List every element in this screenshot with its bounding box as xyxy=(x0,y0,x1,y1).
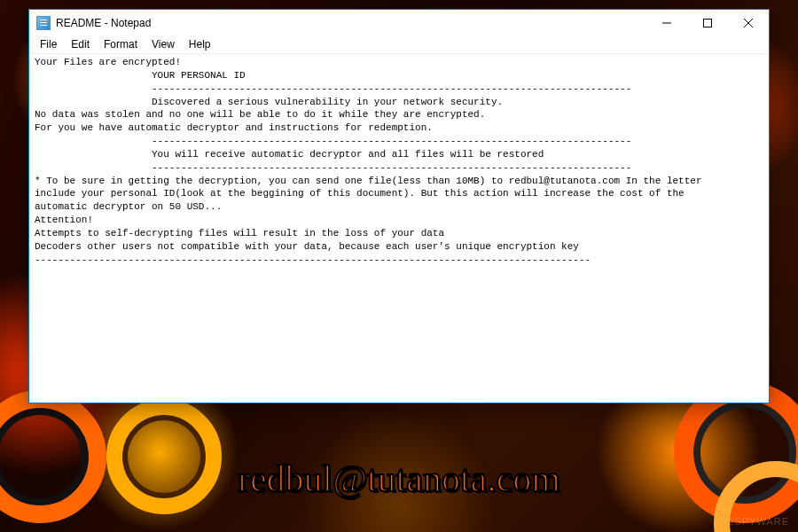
menu-edit[interactable]: Edit xyxy=(64,36,97,53)
overlay-email-text: redbul@tutanota.com xyxy=(238,458,560,500)
notepad-window: README - Notepad File Edit Format View H… xyxy=(28,9,770,403)
document-text: Your Files are encrypted! YOUR PERSONAL … xyxy=(35,56,763,267)
bg-decoration xyxy=(0,390,106,523)
minimize-button[interactable] xyxy=(646,10,687,36)
menubar: File Edit Format View Help xyxy=(29,36,769,54)
menu-format[interactable]: Format xyxy=(97,36,145,53)
text-area[interactable]: Your Files are encrypted! YOUR PERSONAL … xyxy=(29,54,769,403)
maximize-button[interactable] xyxy=(687,10,728,36)
menu-file[interactable]: File xyxy=(33,36,64,53)
window-controls xyxy=(646,10,769,36)
menu-view[interactable]: View xyxy=(145,36,182,53)
window-title: README - Notepad xyxy=(56,17,646,29)
watermark: 2SPYWARE xyxy=(728,516,789,527)
close-button[interactable] xyxy=(728,10,769,36)
notepad-icon xyxy=(36,16,51,30)
titlebar[interactable]: README - Notepad xyxy=(29,10,769,36)
svg-rect-1 xyxy=(704,20,712,27)
menu-help[interactable]: Help xyxy=(182,36,218,53)
bg-decoration xyxy=(106,399,222,514)
